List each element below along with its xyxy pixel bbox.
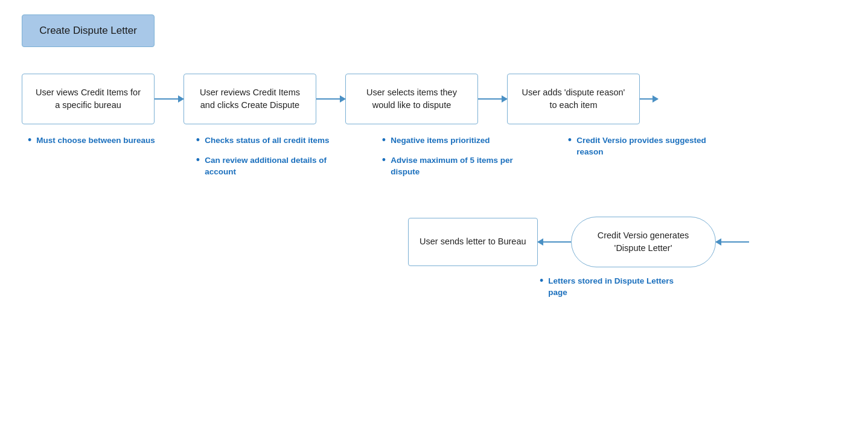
step1-label: User views Credit Items for a specific b… [33, 86, 143, 112]
bullet-2-0: • [382, 134, 386, 147]
bullet-1-0: • [196, 134, 200, 147]
note-text-1-1: Can review additional details of account [205, 155, 341, 178]
bullet-0-0: • [28, 134, 31, 147]
arrow-3-4 [478, 98, 507, 100]
bottom-note-text-0: Letters stored in Dispute Letters page [548, 276, 681, 299]
arrow-right-incoming [716, 241, 749, 243]
bottom-notes: • Letters stored in Dispute Letters page [540, 276, 846, 299]
step3-label: User selects items they would like to di… [357, 86, 467, 112]
note-text-2-0: Negative items prioritized [391, 135, 490, 147]
arrow-2-3 [316, 98, 345, 100]
step1-box: User views Credit Items for a specific b… [22, 74, 155, 124]
note-col-0: • Must choose between bureaus [22, 135, 161, 155]
step2-box: User reviews Credit Items and clicks Cre… [183, 74, 316, 124]
arrow-line-3-4 [478, 98, 507, 100]
note-col-3: • Credit Versio provides suggested reaso… [562, 135, 719, 167]
page-wrapper: Create Dispute Letter User views Credit … [0, 0, 868, 426]
step4-box: User adds 'dispute reason' to each item [507, 74, 640, 124]
bullet-1-1: • [196, 154, 200, 167]
note-item-2-1: • Advise maximum of 5 items per dispute [382, 155, 527, 178]
arrow-left-6-5 [538, 241, 571, 243]
notes-row: • Must choose between bureaus • Checks s… [22, 135, 846, 186]
step4-label: User adds 'dispute reason' to each item [519, 86, 628, 112]
step3-box: User selects items they would like to di… [345, 74, 478, 124]
arrow-1-2 [155, 98, 183, 100]
flow-row-top: User views Credit Items for a specific b… [22, 74, 846, 124]
note-item-1-1: • Can review additional details of accou… [196, 155, 341, 178]
note-text-3-0: Credit Versio provides suggested reason [576, 135, 713, 158]
arrow-line-2-3 [316, 98, 345, 100]
bullet-2-1: • [382, 154, 386, 167]
step6-box: Credit Versio generates 'Dispute Letter' [571, 217, 716, 267]
bottom-note-item-0: • Letters stored in Dispute Letters page [540, 276, 846, 299]
arrowhead-left [537, 238, 543, 246]
arrowhead-left-2 [715, 238, 721, 246]
note-item-0-0: • Must choose between bureaus [28, 135, 155, 147]
step6-label: Credit Versio generates 'Dispute Letter' [589, 229, 698, 255]
title-box: Create Dispute Letter [22, 14, 155, 47]
bottom-flow-row: User sends letter to Bureau Credit Versi… [372, 217, 846, 267]
note-col-2: • Negative items prioritized • Advise ma… [376, 135, 533, 186]
note-item-1-0: • Checks status of all credit items [196, 135, 341, 147]
note-col-1: • Checks status of all credit items • Ca… [190, 135, 347, 186]
note-item-2-0: • Negative items prioritized [382, 135, 527, 147]
bottom-bullet-0: • [540, 275, 543, 287]
note-text-0-0: Must choose between bureaus [36, 135, 155, 147]
note-text-2-1: Advise maximum of 5 items per dispute [391, 155, 527, 178]
arrow-4-continue [640, 98, 669, 100]
step2-label: User reviews Credit Items and clicks Cre… [195, 86, 305, 112]
note-text-1-0: Checks status of all credit items [205, 135, 329, 147]
arrow-line-1-2 [155, 98, 183, 100]
arrow-line-continue [640, 98, 658, 100]
step5-label: User sends letter to Bureau [420, 235, 526, 248]
title-text: Create Dispute Letter [39, 25, 137, 36]
step5-box: User sends letter to Bureau [408, 218, 538, 266]
bullet-3-0: • [568, 134, 572, 147]
note-item-3-0: • Credit Versio provides suggested reaso… [568, 135, 713, 158]
